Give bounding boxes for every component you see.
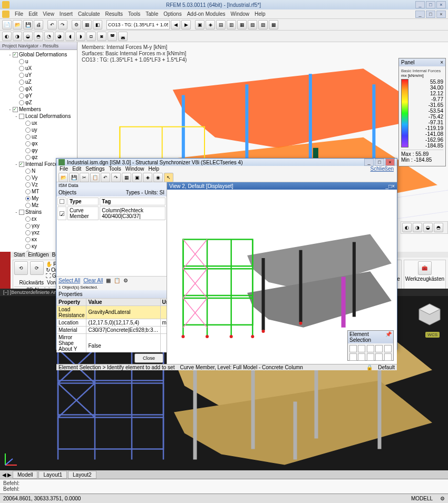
copy-icon[interactable]: 📋 (114, 278, 120, 283)
select-all-link[interactable]: Select All (59, 278, 80, 283)
tool-icon[interactable]: ▦ (237, 20, 247, 29)
ism-menu-help[interactable]: Help (148, 166, 159, 172)
tree-item[interactable]: ux (1, 120, 76, 126)
tool-icon[interactable]: ▦ (82, 20, 92, 29)
menu-calculate[interactable]: Calculate (78, 11, 100, 17)
menu-view[interactable]: View (43, 11, 54, 17)
autocad-app-icon[interactable] (0, 252, 11, 289)
tab-layout1[interactable]: Layout1 (38, 471, 67, 479)
tool-icon[interactable]: ◒ (423, 223, 433, 232)
toolbox-icon[interactable]: 🧰 (418, 261, 432, 275)
sel-mode-icon[interactable] (367, 345, 374, 352)
table-row[interactable]: MaterialC30/37|Concrete|Ec928;b:3… (57, 326, 167, 333)
acad-command-line[interactable]: Befehl: Befehl: (0, 479, 448, 494)
ism-close-link[interactable]: Schließen (371, 166, 394, 172)
tool-icon[interactable]: ⚙ (72, 20, 81, 29)
redo-icon[interactable]: ↷ (58, 20, 67, 29)
menu-options[interactable]: Options (163, 11, 181, 17)
tool-icon[interactable]: ◖ (65, 32, 75, 41)
sel-mode-icon[interactable] (358, 345, 365, 352)
tree-item[interactable]: uZ (1, 78, 76, 85)
next-icon[interactable]: ▶ (181, 20, 191, 29)
tool-icon[interactable]: ◚ (108, 32, 117, 41)
ism-maximize[interactable]: □ (375, 159, 384, 166)
menu-insert[interactable]: Insert (60, 11, 73, 17)
ism-minimize[interactable]: _ (364, 159, 374, 166)
menu-tools[interactable]: Tools (128, 11, 140, 17)
tool-icon[interactable]: 💾 (69, 173, 79, 182)
ism-close[interactable]: × (385, 159, 395, 166)
extents-icon[interactable]: ⛶ (46, 273, 51, 279)
close-button[interactable]: × (436, 1, 446, 8)
ism-menu-window[interactable]: Window (125, 166, 144, 172)
prev-icon[interactable]: ◀ (171, 20, 180, 29)
tool-icon[interactable]: ◉ (153, 173, 163, 182)
acad-tab-insert[interactable]: Einfügen (28, 252, 48, 258)
tool-icon[interactable]: ◗ (76, 32, 85, 41)
maximize-button[interactable]: □ (426, 1, 435, 8)
menu-table[interactable]: Table (145, 11, 158, 17)
panel-pin-icon[interactable]: 📌 (385, 331, 392, 343)
objects-table[interactable]: TypeTag ✓Curve MemberColumn|Rechteck 400… (56, 196, 167, 221)
tree-item[interactable]: -Members (1, 106, 76, 113)
tool-icon[interactable]: ◈ (206, 20, 215, 29)
menu-help[interactable]: Help (255, 11, 266, 17)
minimize-button[interactable]: _ (415, 1, 425, 8)
menu-addon[interactable]: Add-on Modules (187, 11, 226, 17)
tool-icon[interactable]: ▣ (132, 173, 142, 182)
menu-results[interactable]: Results (105, 11, 123, 17)
sel-mode-icon[interactable] (375, 345, 383, 352)
close-button[interactable]: Close (134, 353, 163, 363)
sel-mode-icon[interactable] (358, 353, 365, 361)
table-row[interactable]: Location(12,17.5,0)(12,17.5,4)m (57, 319, 167, 326)
tool-icon[interactable]: ▨ (258, 20, 268, 29)
panel-close-icon[interactable]: × (440, 60, 443, 65)
menu-window[interactable]: Window (231, 11, 250, 17)
tree-item[interactable]: uz (1, 133, 76, 140)
tree-item[interactable]: uY (1, 72, 76, 78)
tool-icon[interactable]: ↷ (111, 173, 121, 182)
tool-icon[interactable]: ◔ (44, 32, 54, 41)
tree-item[interactable]: φx (1, 140, 76, 147)
tab-layout2[interactable]: Layout2 (68, 471, 96, 479)
table-row[interactable]: Load ResistanceGravityAndLateral (57, 305, 167, 319)
print-icon[interactable]: 🖨 (34, 20, 43, 29)
tool-icon[interactable]: ▧ (248, 20, 257, 29)
sel-mode-icon[interactable] (367, 353, 374, 361)
sel-mode-icon[interactable] (349, 345, 357, 352)
tool-icon[interactable]: ◐ (402, 223, 412, 232)
save-icon[interactable]: 💾 (23, 20, 33, 29)
tree-item[interactable]: uy (1, 126, 76, 133)
ism-menu-file[interactable]: File (60, 166, 68, 172)
tool-icon[interactable]: 📋 (90, 173, 100, 182)
tab-nav-next-icon[interactable]: ▶ (7, 472, 12, 478)
tool-icon[interactable]: ▦ (122, 173, 131, 182)
table-row[interactable]: Mirror Shape About Y AxisFalse (57, 333, 167, 352)
acad-tab-start[interactable]: Start (14, 252, 25, 258)
sel-mode-icon[interactable] (375, 353, 383, 361)
wcs-button[interactable]: WCS (425, 332, 440, 338)
settings-icon[interactable]: ⚙ (123, 278, 128, 283)
new-icon[interactable]: 📄 (2, 20, 12, 29)
tool-icon[interactable]: ◓ (34, 32, 43, 41)
sel-mode-icon[interactable] (384, 345, 392, 352)
tool-icon[interactable]: ◘ (86, 32, 96, 41)
tool-icon[interactable]: ▥ (227, 20, 236, 29)
tool-icon[interactable]: 📂 (59, 173, 68, 182)
sel-mode-icon[interactable] (349, 353, 357, 361)
tool-icon[interactable]: ↶ (101, 173, 110, 182)
select-tool-icon[interactable]: ↖ (164, 173, 173, 182)
tree-item[interactable]: φX (1, 85, 76, 92)
menu-edit[interactable]: Edit (28, 11, 37, 17)
objects-units-toggle[interactable]: Types - Units: SI (126, 190, 164, 195)
ism-3d-viewport[interactable]: Element Selection📌 (167, 190, 397, 364)
mdi-minimize[interactable]: _ (415, 11, 425, 18)
ism-menu-tools[interactable]: Tools (109, 166, 121, 172)
tree-item[interactable]: φZ (1, 99, 76, 106)
tool-icon[interactable]: ◙ (97, 32, 106, 41)
tool-icon[interactable]: ◈ (143, 173, 152, 182)
tool-icon[interactable]: ◒ (23, 32, 33, 41)
tool-icon[interactable]: ◐ (2, 32, 12, 41)
tool-icon[interactable]: ◛ (118, 32, 128, 41)
loadcase-combo[interactable] (106, 20, 170, 29)
